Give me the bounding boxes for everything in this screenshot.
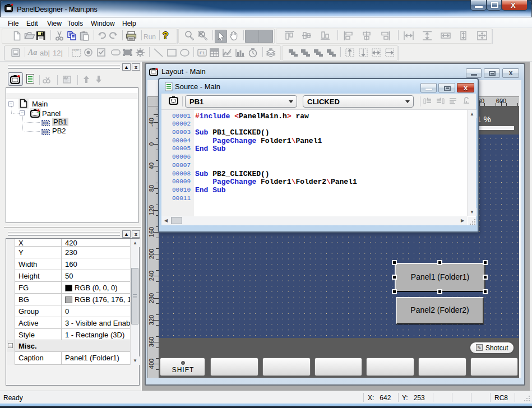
svg-text:xyz: xyz xyxy=(73,48,78,52)
svg-text:F1: F1 xyxy=(200,50,205,55)
